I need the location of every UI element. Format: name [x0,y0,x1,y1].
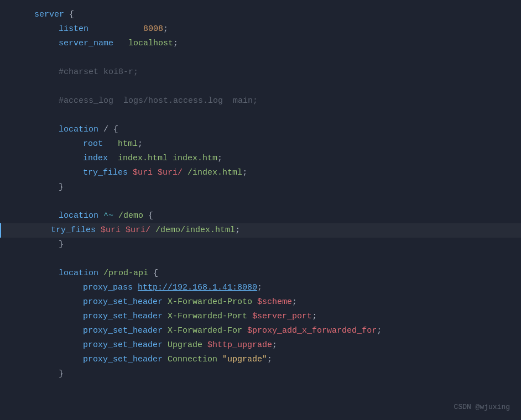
code-editor: server { listen 8008 ; server_name local… [0,0,521,420]
line-root: root html ; [0,137,521,151]
line-proxy-pass: proxy_pass http://192.168.1.41:8080 ; [0,281,521,295]
line-blank-5 [0,252,521,266]
line-proxy-header-3: proxy_set_header X-Forwarded-For $proxy_… [0,324,521,338]
keyword-server: server [34,8,64,22]
line-close-2: } [0,238,521,252]
watermark: CSDN @wjuxing [454,401,510,413]
line-location-root: location / { [0,123,521,137]
line-server: server { [0,8,521,22]
line-proxy-header-4: proxy_set_header Upgrade $http_upgrade ; [0,338,521,353]
line-charset: #charset koi8-r; [0,65,521,80]
line-location-demo: location ^~ /demo { [0,209,521,223]
line-close-3: } [0,367,521,381]
line-blank-3 [0,108,521,123]
line-try-files-2: try_files $uri $uri/ /demo/index.html ; [0,223,521,238]
line-blank-4 [0,195,521,209]
line-proxy-header-2: proxy_set_header X-Forwarded-Port $serve… [0,309,521,324]
line-access-log: #access_log logs/host.access.log main; [0,94,521,108]
line-try-files-1: try_files $uri $uri/ /index.html ; [0,166,521,180]
line-proxy-header-5: proxy_set_header Connection "upgrade" ; [0,353,521,367]
line-server-name: server_name localhost ; [0,36,521,51]
line-index: index index.html index.htm ; [0,151,521,166]
line-listen: listen 8008 ; [0,22,521,36]
code-block: server { listen 8008 ; server_name local… [0,6,521,384]
line-location-prod-api: location /prod-api { [0,266,521,281]
line-blank-1 [0,51,521,65]
line-blank-2 [0,80,521,94]
line-proxy-header-1: proxy_set_header X-Forwarded-Proto $sche… [0,295,521,309]
line-close-1: } [0,180,521,195]
